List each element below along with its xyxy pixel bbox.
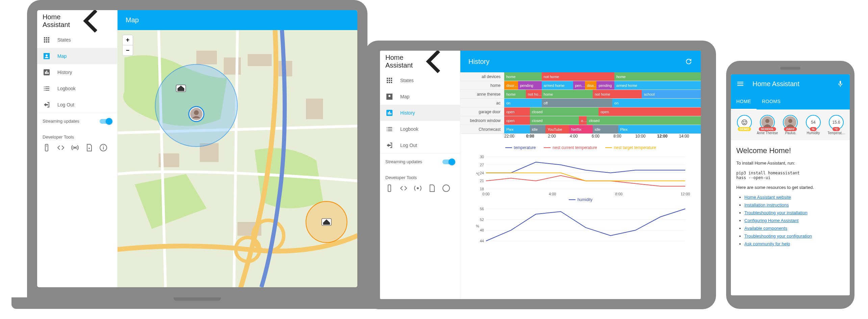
history-segment[interactable]: on <box>504 99 542 107</box>
svg-point-23 <box>155 65 237 147</box>
app-name: Home Assistant <box>43 13 70 29</box>
zoom-in-button[interactable]: + <box>123 35 133 45</box>
history-segment[interactable]: pending <box>518 81 542 90</box>
history-segment[interactable]: closed <box>530 116 579 125</box>
resource-link[interactable]: Installation instructions <box>744 202 789 207</box>
status-badge[interactable]: SCHOOLAnne Therese <box>757 115 778 135</box>
code-icon[interactable] <box>400 184 408 192</box>
page-title: Map <box>126 16 139 24</box>
phone-body: Welcome Home! To install Home Assistant,… <box>731 140 850 295</box>
history-segment[interactable]: disar… <box>504 81 518 90</box>
svg-rect-36 <box>388 185 391 192</box>
history-segment[interactable]: home <box>504 90 526 98</box>
svg-point-37 <box>417 187 419 189</box>
resource-link[interactable]: Troubleshooting your installation <box>744 210 808 215</box>
svg-text:27: 27 <box>480 163 484 167</box>
resource-link[interactable]: Configuring Home Assistant <box>744 218 798 223</box>
history-segment[interactable]: open <box>504 107 530 116</box>
svg-point-65 <box>743 122 744 122</box>
history-segment[interactable]: home <box>614 72 701 81</box>
info-icon[interactable] <box>442 184 450 192</box>
refresh-icon[interactable] <box>685 57 693 66</box>
nav-history[interactable]: History <box>37 64 117 80</box>
svg-rect-34 <box>389 111 390 115</box>
remote-icon[interactable] <box>43 144 51 152</box>
map-view[interactable]: + − <box>118 30 357 287</box>
code-icon[interactable] <box>57 144 65 152</box>
history-segment[interactable]: Plex <box>504 125 530 133</box>
history-segment[interactable]: armed home <box>542 81 573 90</box>
radio-tower-icon[interactable] <box>71 144 79 152</box>
svg-rect-15 <box>248 54 272 66</box>
nav-logbook[interactable]: Logbook <box>380 121 460 137</box>
nav-logbook[interactable]: Logbook <box>37 80 117 97</box>
dev-tools-title: Developer Tools <box>43 134 112 140</box>
history-segment[interactable]: o… <box>579 116 587 125</box>
history-segment[interactable]: open <box>504 116 530 125</box>
microphone-icon[interactable] <box>836 80 844 88</box>
nav-states[interactable]: States <box>37 32 117 48</box>
streaming-toggle[interactable] <box>442 160 455 164</box>
nav-map[interactable]: Map <box>380 89 460 105</box>
history-segment[interactable]: home <box>542 90 593 98</box>
streaming-label: Streaming updates <box>43 119 79 124</box>
history-segment[interactable]: idle <box>593 125 618 133</box>
history-segment[interactable]: off <box>542 99 613 107</box>
history-segment[interactable]: Netflix <box>569 125 593 133</box>
status-badge[interactable]: DEMO <box>734 115 755 135</box>
tablet-screen: Home Assistant States Map History Logboo… <box>380 51 701 299</box>
history-segment[interactable]: school <box>642 90 701 98</box>
history-segment[interactable]: idle <box>530 125 546 133</box>
history-segment[interactable]: pending <box>596 81 614 90</box>
resource-link[interactable]: Ask community for help <box>744 241 790 246</box>
nav-label: Map <box>57 53 67 59</box>
resource-link[interactable]: Available components <box>744 226 787 231</box>
resource-link[interactable]: Troubleshooting your configuration <box>744 234 812 239</box>
history-segment[interactable]: home <box>504 72 542 81</box>
status-badge[interactable]: 54%Humidity <box>802 115 824 135</box>
svg-rect-10 <box>103 147 104 149</box>
info-icon[interactable] <box>99 144 107 152</box>
resource-link[interactable]: Home Assistant website <box>744 195 791 200</box>
history-segment[interactable]: not ho… <box>526 90 542 98</box>
history-segment[interactable]: not home <box>593 90 642 98</box>
history-segment[interactable]: closed <box>587 116 701 125</box>
history-segment[interactable]: Plex <box>618 125 701 133</box>
tab-home[interactable]: HOME <box>731 93 757 109</box>
radio-tower-icon[interactable] <box>414 184 422 192</box>
remote-icon[interactable] <box>385 184 393 192</box>
developer-tools: Developer Tools <box>37 129 117 157</box>
history-segment[interactable]: disa… <box>585 81 597 90</box>
nav-states[interactable]: States <box>380 72 460 89</box>
account-box-icon <box>43 52 51 60</box>
file-icon[interactable] <box>85 144 93 152</box>
menu-icon[interactable] <box>736 80 744 88</box>
history-row: homedisar…pendingarmed homepen…disa…pend… <box>460 81 701 90</box>
svg-text:44: 44 <box>480 239 484 243</box>
legend-item: nest current temperature <box>544 145 597 150</box>
history-segment[interactable]: armed home <box>614 81 701 90</box>
svg-point-31 <box>388 95 390 97</box>
zoom-out-button[interactable]: − <box>123 45 133 55</box>
tab-rooms[interactable]: ROOMS <box>757 93 786 109</box>
nav-logout[interactable]: Log Out <box>37 97 117 113</box>
history-segment[interactable]: closed <box>530 107 599 116</box>
nav-history[interactable]: History <box>380 105 460 121</box>
svg-point-27 <box>194 111 199 115</box>
history-segment[interactable]: on <box>612 99 701 107</box>
nav-map[interactable]: Map <box>37 48 117 64</box>
nav-logout[interactable]: Log Out <box>380 137 460 153</box>
phone-device: Home Assistant HOMEROOMS DEMOSCHOOLAnne … <box>726 61 854 309</box>
status-badge[interactable]: AWAYPaulus <box>780 115 801 135</box>
svg-text:56: 56 <box>480 207 484 211</box>
history-segment[interactable]: YouTube <box>545 125 569 133</box>
file-icon[interactable] <box>428 184 436 192</box>
status-badge[interactable]: 15.6°CTemperat… <box>825 115 847 135</box>
history-segment[interactable]: open <box>598 107 701 116</box>
laptop-device: Home Assistant States Map History Logboo… <box>11 0 383 311</box>
svg-rect-11 <box>103 146 104 146</box>
streaming-toggle[interactable] <box>100 119 112 124</box>
svg-point-70 <box>788 119 792 123</box>
history-segment[interactable]: pen… <box>573 81 585 90</box>
history-segment[interactable]: not home <box>542 72 614 81</box>
